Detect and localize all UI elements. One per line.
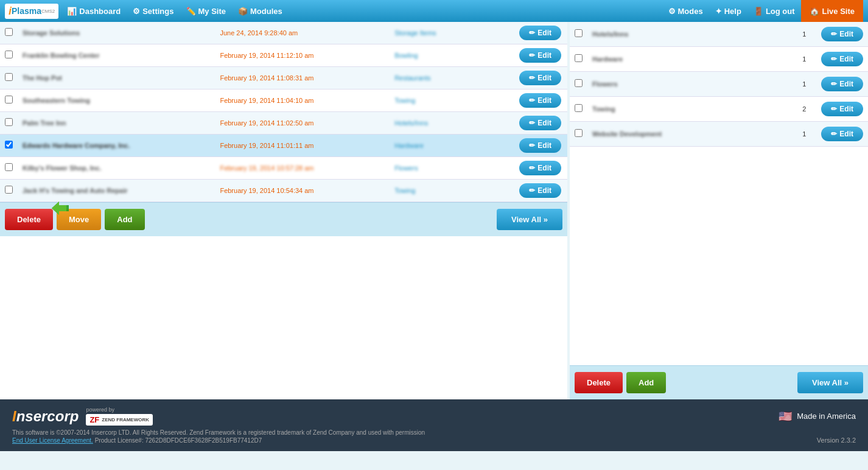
edit-button[interactable]: ✏ Edit bbox=[519, 161, 561, 175]
row-checkbox-cell bbox=[0, 180, 18, 202]
row-name: Storage Solutions bbox=[18, 22, 215, 44]
table-row: Palm Tree Inn February 19, 2014 11:02:50… bbox=[0, 112, 567, 135]
left-add-button[interactable]: Add bbox=[105, 209, 144, 230]
logo[interactable]: i Plasma CMS2 bbox=[5, 4, 58, 19]
row-checkbox-cell bbox=[0, 67, 18, 89]
row-name: Southeastern Towing bbox=[18, 89, 215, 112]
row-date: February 19, 2014 11:02:50 am bbox=[215, 112, 390, 135]
right-edit-button[interactable]: ✏ Edit bbox=[821, 52, 863, 66]
dashboard-icon: 📊 bbox=[67, 7, 77, 16]
row-name: Palm Tree Inn bbox=[18, 112, 215, 135]
nav-mysite-label: My Site bbox=[198, 7, 226, 16]
edit-button[interactable]: ✏ Edit bbox=[519, 93, 561, 108]
nav-help-label: Help bbox=[724, 7, 741, 16]
nav-modes[interactable]: ⚙ Modes bbox=[662, 0, 709, 22]
delete-label: Delete bbox=[17, 215, 41, 224]
right-row-checkbox[interactable] bbox=[575, 104, 583, 112]
row-date: June 24, 2014 9:28:40 am bbox=[215, 22, 390, 44]
row-action: ✏ Edit bbox=[477, 157, 567, 180]
modes-icon: ⚙ bbox=[668, 7, 676, 16]
nav-help[interactable]: ✦ Help bbox=[709, 0, 747, 22]
nav-modules[interactable]: 📦 Modules bbox=[232, 0, 289, 22]
row-checkbox[interactable] bbox=[5, 141, 13, 149]
add-label: Add bbox=[639, 378, 654, 387]
right-row-action: ✏ Edit bbox=[816, 122, 868, 147]
right-row-checkbox[interactable] bbox=[575, 54, 583, 62]
edit-button[interactable]: ✏ Edit bbox=[519, 138, 561, 153]
edit-button[interactable]: ✏ Edit bbox=[519, 48, 561, 63]
left-data-table: Storage Solutions June 24, 2014 9:28:40 … bbox=[0, 22, 567, 202]
left-view-all-button[interactable]: View All » bbox=[497, 209, 562, 230]
table-row: Southeastern Towing February 19, 2014 11… bbox=[0, 89, 567, 112]
edit-label: Edit bbox=[537, 119, 551, 127]
right-row-name: Hotels/Inns bbox=[587, 22, 792, 47]
edit-button[interactable]: ✏ Edit bbox=[519, 116, 561, 130]
row-date: February 19, 2014 11:08:31 am bbox=[215, 67, 390, 89]
row-checkbox[interactable] bbox=[5, 186, 13, 194]
right-row-checkbox[interactable] bbox=[575, 129, 583, 137]
row-checkbox-cell bbox=[0, 157, 18, 180]
row-name: Kilby's Flower Shop, Inc. bbox=[18, 157, 215, 180]
settings-icon: ⚙ bbox=[133, 7, 140, 16]
edit-button[interactable]: ✏ Edit bbox=[519, 26, 561, 40]
right-edit-button[interactable]: ✏ Edit bbox=[821, 27, 863, 41]
mysite-icon: ✏️ bbox=[186, 7, 196, 16]
pencil-icon: ✏ bbox=[529, 164, 535, 172]
row-checkbox-cell bbox=[0, 135, 18, 157]
row-checkbox-cell bbox=[0, 112, 18, 135]
right-delete-button[interactable]: Delete bbox=[575, 372, 623, 393]
right-row-checkbox-cell bbox=[570, 22, 587, 47]
right-row-action: ✏ Edit bbox=[816, 47, 868, 72]
right-edit-button[interactable]: ✏ Edit bbox=[821, 127, 863, 141]
right-row-count: 1 bbox=[792, 47, 816, 72]
pencil-icon: ✏ bbox=[831, 105, 837, 113]
row-checkbox[interactable] bbox=[5, 73, 13, 81]
nav-dashboard[interactable]: 📊 Dashboard bbox=[61, 0, 127, 22]
right-row-count: 1 bbox=[792, 122, 816, 147]
footer-license-link[interactable]: End User License Agreement. bbox=[12, 437, 93, 444]
row-checkbox[interactable] bbox=[5, 51, 13, 58]
edit-button[interactable]: ✏ Edit bbox=[519, 183, 561, 198]
footer-legal: This software is ©2007-2014 Insercorp LT… bbox=[12, 429, 425, 444]
left-delete-button[interactable]: Delete bbox=[5, 209, 53, 230]
right-add-button[interactable]: Add bbox=[626, 372, 666, 393]
edit-label: Edit bbox=[839, 105, 853, 113]
row-checkbox[interactable] bbox=[5, 96, 13, 103]
modules-icon: 📦 bbox=[238, 7, 248, 16]
edit-label: Edit bbox=[537, 51, 551, 60]
right-row-action: ✏ Edit bbox=[816, 22, 868, 47]
nav-live-site[interactable]: 🏠 Live Site bbox=[801, 0, 863, 22]
right-view-all-button[interactable]: View All » bbox=[797, 372, 863, 393]
nav-mysite[interactable]: ✏️ My Site bbox=[180, 0, 233, 22]
right-row-checkbox[interactable] bbox=[575, 29, 583, 37]
row-category: Bowling bbox=[390, 44, 476, 67]
row-checkbox[interactable] bbox=[5, 118, 13, 126]
logo-cms2: CMS2 bbox=[41, 9, 55, 14]
svg-marker-1 bbox=[52, 202, 66, 215]
right-edit-button[interactable]: ✏ Edit bbox=[821, 77, 863, 91]
nav-settings[interactable]: ⚙ Settings bbox=[127, 0, 180, 22]
right-row-count: 1 bbox=[792, 72, 816, 97]
row-checkbox[interactable] bbox=[5, 28, 13, 36]
nav-logout[interactable]: 🚪 Log out bbox=[747, 0, 801, 22]
row-name: Edwards Hardware Company, Inc. bbox=[18, 135, 215, 157]
footer: Insercorp powered by ZF ZEND FRAMEWORK 🇺… bbox=[0, 399, 868, 451]
edit-label: Edit bbox=[537, 74, 551, 82]
right-edit-button[interactable]: ✏ Edit bbox=[821, 102, 863, 116]
row-category: Restaurants bbox=[390, 67, 476, 89]
row-date: February 19, 2014 10:54:34 am bbox=[215, 180, 390, 202]
table-row: Franklin Bowling Center February 19, 201… bbox=[0, 44, 567, 67]
right-table-row: Towing 2 ✏ Edit bbox=[570, 97, 868, 122]
row-checkbox[interactable] bbox=[5, 163, 13, 171]
row-action: ✏ Edit bbox=[477, 180, 567, 202]
pencil-icon: ✏ bbox=[529, 141, 535, 150]
right-row-name: Hardware bbox=[587, 47, 792, 72]
edit-button[interactable]: ✏ Edit bbox=[519, 71, 561, 85]
pencil-icon: ✏ bbox=[529, 186, 535, 195]
right-bottom-toolbar: Delete Add View All » bbox=[570, 365, 868, 399]
left-panel: Storage Solutions June 24, 2014 9:28:40 … bbox=[0, 22, 567, 399]
footer-logo-area: Insercorp powered by ZF ZEND FRAMEWORK bbox=[12, 407, 153, 426]
right-data-table: Hotels/Inns 1 ✏ Edit Hardware 1 bbox=[570, 22, 868, 147]
right-row-checkbox[interactable] bbox=[575, 79, 583, 87]
arrows-icon bbox=[52, 202, 69, 215]
